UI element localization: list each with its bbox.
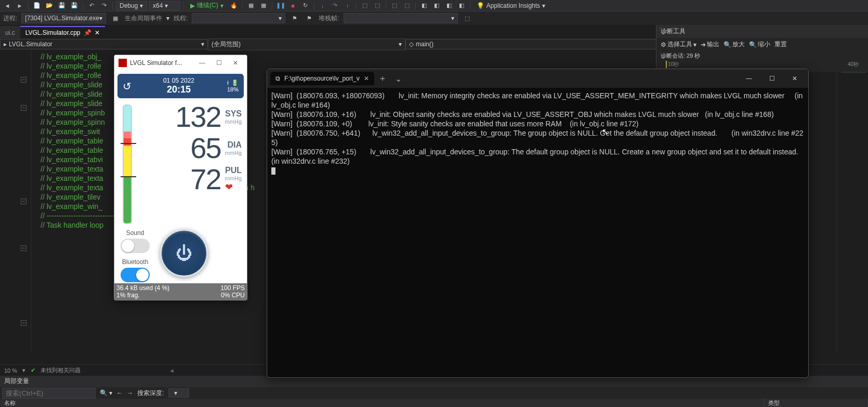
- locals-search-row: 🔍 ▾ ← → 搜索深度: ▾: [0, 387, 868, 399]
- fold-icon[interactable]: −: [21, 199, 27, 204]
- hscroll-left-icon[interactable]: ◄: [169, 367, 175, 374]
- heart-icon: ❤: [225, 181, 242, 193]
- select-tool-button[interactable]: ⚙ 选择工具 ▾: [661, 40, 696, 49]
- history-icon[interactable]: ↺: [123, 80, 131, 93]
- terminal-tabbar: ⧉ F:\git\opensource\lv_port_v ✕ ＋ ⌄ — ☐ …: [267, 69, 808, 88]
- reset-button[interactable]: 重置: [774, 40, 787, 49]
- app-insights-button[interactable]: 💡 Application Insights ▾: [474, 1, 548, 10]
- bluetooth-icon: ᚼ: [226, 80, 230, 86]
- gauge-marker: [121, 176, 136, 177]
- zoom-pct[interactable]: 10 %: [4, 367, 17, 374]
- tab-simulator-cpp[interactable]: LVGL.Simulator.cpp 📌 ✕: [20, 26, 105, 38]
- step-out-icon[interactable]: ↑: [343, 1, 353, 10]
- battery-pct: 18%: [227, 86, 239, 93]
- col-name[interactable]: 名称: [0, 399, 764, 407]
- stackframe-dropdown[interactable]: ▾: [344, 13, 458, 23]
- fold-icon[interactable]: −: [21, 320, 27, 326]
- tb-icon-4[interactable]: ⬚: [372, 1, 383, 10]
- search-prev-icon[interactable]: ←: [116, 389, 123, 397]
- sound-switch[interactable]: [121, 239, 150, 253]
- issues-ok-icon: ✔: [31, 367, 35, 374]
- glob-dropdown[interactable]: (全局范围)▾: [208, 38, 405, 50]
- maximize-icon[interactable]: ☐: [212, 59, 226, 67]
- thread-dropdown[interactable]: ▾: [192, 13, 285, 23]
- flag2-icon[interactable]: ⚑: [304, 14, 314, 23]
- stop-icon[interactable]: ■: [288, 1, 298, 10]
- tb-icon-10[interactable]: ◧: [456, 1, 467, 10]
- col-type[interactable]: 类型: [764, 399, 868, 407]
- debug-target-bar: 进程: [7304] LVGL.Simulator.exe▾ ▦ 生命周期事件▾…: [0, 11, 868, 25]
- zoom-in-button[interactable]: 🔍 放大: [724, 40, 745, 49]
- close-tab-icon[interactable]: ✕: [364, 75, 369, 82]
- sim-date: 01 05 2022: [163, 77, 194, 84]
- pul-label: PUL: [225, 166, 242, 175]
- flag-icon[interactable]: ⚑: [290, 14, 300, 23]
- hot-reload-icon[interactable]: 🔥: [229, 1, 239, 10]
- save-icon[interactable]: 💾: [57, 1, 67, 10]
- close-icon[interactable]: ✕: [784, 75, 805, 82]
- sim-titlebar[interactable]: LVGL Simulator f... — ☐ ✕: [114, 55, 247, 71]
- locals-search-input[interactable]: [2, 388, 96, 399]
- terminal-tab[interactable]: ⧉ F:\git\opensource\lv_port_v ✕: [270, 72, 374, 85]
- pin-icon[interactable]: 📌: [84, 29, 91, 36]
- lifecycle-icon[interactable]: ▦: [110, 14, 121, 23]
- battery-icon: 🔋: [231, 80, 239, 86]
- redo-icon[interactable]: ↷: [99, 1, 109, 10]
- depth-dropdown[interactable]: ▾: [168, 388, 189, 398]
- fold-icon[interactable]: −: [21, 77, 27, 83]
- bluetooth-label: Bluetooth: [121, 258, 150, 266]
- timeline-tick: 10秒: [666, 61, 679, 68]
- save-all-icon[interactable]: 💾: [69, 1, 80, 10]
- step-over-icon[interactable]: ↷: [330, 1, 340, 10]
- restart-icon[interactable]: ↻: [300, 1, 311, 10]
- tb-icon-5[interactable]: ⬚: [389, 1, 400, 10]
- gutter: − − − − −: [0, 50, 31, 353]
- power-button[interactable]: ⏻: [160, 229, 208, 277]
- undo-icon[interactable]: ↶: [86, 1, 97, 10]
- nav-fwd-icon[interactable]: ►: [15, 1, 25, 10]
- continue-button[interactable]: ▶ 继续(C) ▾: [187, 0, 227, 11]
- step-into-icon[interactable]: ↓: [318, 1, 328, 10]
- sim-app-icon: [119, 59, 127, 67]
- nav-back-icon[interactable]: ◄: [2, 1, 12, 10]
- new-tab-icon[interactable]: ＋: [374, 73, 391, 84]
- minimize-icon[interactable]: —: [195, 59, 209, 67]
- fold-icon[interactable]: −: [21, 245, 27, 251]
- tb-icon-7[interactable]: ◧: [419, 1, 429, 10]
- search-next-icon[interactable]: →: [127, 389, 133, 397]
- sys-label: SYS: [225, 109, 242, 119]
- process-dropdown[interactable]: [7304] LVGL.Simulator.exe▾: [21, 13, 106, 23]
- platform-dropdown[interactable]: x64▾: [149, 1, 180, 10]
- tb-icon-2[interactable]: ▦: [258, 1, 269, 10]
- maximize-icon[interactable]: ☐: [761, 75, 782, 82]
- config-dropdown[interactable]: Debug▾: [116, 1, 147, 10]
- bluetooth-switch[interactable]: [121, 268, 150, 282]
- terminal-cursor: [271, 167, 275, 175]
- fps-label: 100 FPS: [220, 284, 245, 292]
- close-icon[interactable]: ✕: [228, 59, 243, 67]
- zoom-out-button[interactable]: 🔍 缩小: [749, 40, 770, 49]
- search-icon[interactable]: 🔍 ▾: [100, 389, 112, 397]
- terminal-output[interactable]: [Warn] (180076.093, +180076093) lv_init:…: [267, 88, 808, 377]
- pause-icon[interactable]: ❚❚: [275, 1, 286, 10]
- scope-dropdown[interactable]: ▸ LVGL.Simulator▾: [0, 39, 208, 49]
- tb-icon-9[interactable]: ◧: [444, 1, 454, 10]
- tb-icon-6[interactable]: ⬚: [402, 1, 412, 10]
- tab-ui-c[interactable]: ui.c: [0, 26, 20, 38]
- pressure-gauge: [123, 104, 132, 224]
- tb-sf-icon[interactable]: ⬚: [462, 14, 472, 23]
- close-tab-icon[interactable]: ✕: [95, 29, 100, 36]
- new-file-icon[interactable]: 📄: [32, 1, 42, 10]
- minimap[interactable]: [837, 50, 868, 353]
- minimize-icon[interactable]: —: [739, 75, 759, 82]
- tb-icon-1[interactable]: ▦: [246, 1, 256, 10]
- open-icon[interactable]: 📂: [44, 1, 55, 10]
- output-button[interactable]: ➜ 输出: [701, 40, 719, 49]
- sys-value: 132: [175, 102, 220, 132]
- fold-icon[interactable]: −: [21, 105, 27, 111]
- mem-used: 36.4 kB used (4 %): [116, 284, 169, 292]
- tb-icon-8[interactable]: ◧: [431, 1, 442, 10]
- tb-icon-3[interactable]: ⬚: [360, 1, 370, 10]
- lifecycle-label: 生命周期事件: [125, 14, 162, 23]
- tab-dropdown-icon[interactable]: ⌄: [391, 74, 406, 84]
